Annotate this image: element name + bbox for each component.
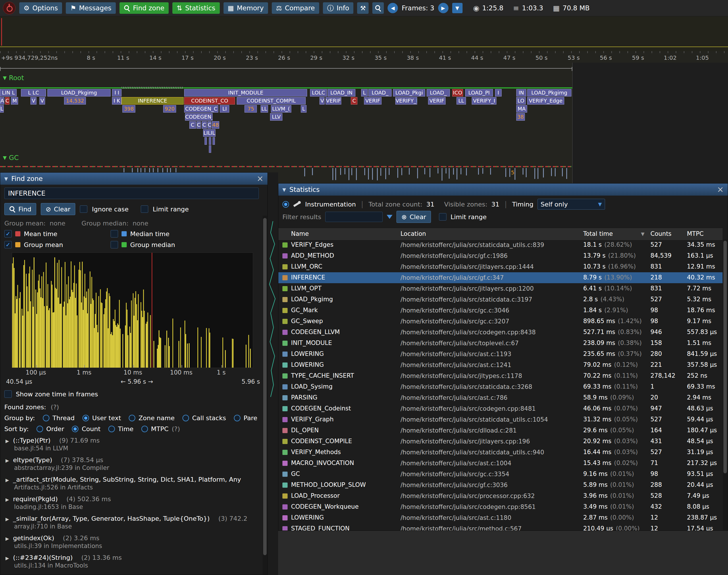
stats-row-gc_sweep[interactable]: GC_Sweep/home/kristofferc/julia/src/gc.c… [278,316,723,327]
radio-time[interactable] [108,426,115,432]
zoom-icon-button[interactable] [372,2,384,14]
stats-row-llvm_orc[interactable]: LLVM_ORC/home/kristofferc/julia/src/jitl… [278,261,723,272]
timeline-zone-verify-i[interactable]: VERIFY_I [472,97,496,105]
timeline-zone-load-pkgimg[interactable]: LOAD_Pkgimg [47,89,110,97]
expand-arrow-icon[interactable]: ▶ [5,555,9,561]
stats-row-codegen_llvm[interactable]: CODEGEN_LLVM/home/kristofferc/julia/src/… [278,327,723,338]
radio-mtpc[interactable] [141,426,148,432]
stats-row-parsing[interactable]: PARSING/home/kristofferc/julia/src/ast.c… [278,392,723,403]
timeline-zone[interactable] [209,137,211,145]
radio-pare[interactable] [234,415,240,421]
timeline-zone-c[interactable]: C [202,121,207,129]
toolbar-button-memory[interactable]: ▦Memory [224,2,268,14]
stats-row-macro_invocation[interactable]: MACRO_INVOCATION/home/kristofferc/julia/… [278,458,723,469]
stats-table-header[interactable]: NameLocationTotal timeCountsMTPC▼ [278,228,723,240]
stats-row-inference[interactable]: INFERENCE/home/kristofferc/julia/src/gf.… [278,272,723,283]
gc-section-label[interactable]: ▼ GC [3,154,19,161]
ignore-case-checkbox[interactable] [80,205,87,213]
radio-user-text[interactable] [82,415,89,421]
tools-icon-button[interactable]: ⚒ [357,2,369,14]
timeline-zone-c[interactable]: C [189,121,196,129]
timeline-zone-i-i[interactable]: I I [112,89,122,97]
frame-dropdown-button[interactable]: ▼ [452,3,463,13]
timeline-zone-load-in[interactable]: LOAD_IN [328,89,355,97]
timeline-zone-ico[interactable]: ICO [452,89,463,97]
radio-thread[interactable] [43,415,49,421]
root-section-label[interactable]: ▼ Root [3,74,24,81]
stats-row-dl_open[interactable]: DL_OPEN/home/kristofferc/julia/src/dlloa… [278,425,723,436]
expand-arrow-icon[interactable]: ▶ [5,458,9,463]
timeline-zone-codegen-l[interactable]: CODEGEN_L [185,113,212,121]
filter-input[interactable] [325,212,383,222]
show-zone-time-checkbox[interactable] [4,390,12,398]
toolbar-button-find-zone[interactable]: Find zone [120,2,169,14]
timeline-zone-l-lc[interactable]: L LC [21,89,46,97]
frame-overview-strip[interactable] [0,16,728,52]
legend-checkbox[interactable] [110,230,118,238]
expand-arrow-icon[interactable]: ▶ [5,477,9,483]
legend-checkbox[interactable] [110,241,118,248]
radio-zone-name[interactable] [129,415,135,421]
stats-limit-range-checkbox[interactable] [439,213,446,221]
column-header-location[interactable]: Location [400,230,426,237]
statistics-titlebar[interactable]: ▼ Statistics × [278,183,728,196]
find-zone-titlebar[interactable]: ▼ Find zone × [0,173,267,185]
timeline-zone-lolc[interactable]: LOLC [310,89,327,97]
timeline-zone-codeinst-co[interactable]: CODEINST_CO [184,97,235,105]
timeline-zone-load-pi[interactable]: LOAD_PI [465,89,493,97]
timeline-zone-i[interactable]: I [495,89,502,97]
timeline-zone-verif[interactable]: VERIF [326,97,341,105]
find-button[interactable]: Find [4,203,36,215]
timeline-zone-verif[interactable]: VERIF [364,97,382,105]
close-icon[interactable]: × [717,185,724,194]
stats-row-lowering[interactable]: LOWERING/home/kristofferc/julia/src/ast.… [278,512,723,523]
expand-arrow-icon[interactable]: ▶ [5,516,9,522]
scrollbar-thumb[interactable] [723,241,727,473]
timeline-zone-c[interactable]: C [197,121,201,129]
legend-checkbox[interactable]: ✓ [4,230,12,238]
timeline-zone-lo[interactable]: LO [516,97,526,105]
flame-graph[interactable]: LIN LL LCLOAD_PkgimgI IINIT_MODULELOLCLO… [0,89,728,158]
timeline-zone-verify-edge[interactable]: VERIFY_Edge [527,97,564,105]
column-header-mtpc[interactable]: MTPC [687,230,703,237]
stats-row-load_processor[interactable]: LOAD_Processor/home/kristofferc/julia/sr… [278,491,723,502]
frame-prev-button[interactable]: ◀ [388,3,398,13]
found-zone-item[interactable]: ▶_similar_for(Array, Type, Generator, Ha… [4,513,263,533]
stats-row-method_lookup_slow[interactable]: METHOD_LOOKUP_SLOW/home/kristofferc/juli… [278,480,723,491]
found-zone-item[interactable]: ▶(::Type)(Ptr)(9) 71.69 msbase.jl:54 in … [4,435,263,455]
radio-order[interactable] [36,426,43,432]
power-button[interactable] [3,2,15,14]
found-zone-item[interactable]: ▶eltype(Type)(7) 378.54 µsabstractarray.… [4,455,263,474]
timeline-zone-codeinst-compil[interactable]: CODEINST_COMPIL [237,97,306,105]
histogram-plot[interactable] [12,252,253,368]
column-header-total-time[interactable]: Total time [583,230,613,237]
legend-checkbox[interactable]: ✓ [4,241,12,248]
find-zone-search-input[interactable] [4,188,259,199]
timeline-zone[interactable] [209,145,211,153]
clear-button[interactable]: ⊘ Clear [41,203,75,215]
filter-clear-button[interactable]: ⊗ Clear [396,211,431,223]
timeline-zone-llvm-[interactable]: LLVM_( [271,105,291,112]
toolbar-button-messages[interactable]: ⚑Messages [66,2,115,14]
collapse-icon[interactable]: ▼ [283,187,286,193]
stats-scrollbar[interactable] [723,240,727,530]
range-span-label[interactable]: ← 5.96 s → [121,378,153,385]
stats-row-init_module[interactable]: INIT_MODULE/home/kristofferc/julia/src/t… [278,338,723,349]
timeline-zone-li[interactable]: LI [220,105,229,112]
stats-row-lowering[interactable]: LOWERING/home/kristofferc/julia/src/ast.… [278,360,723,371]
timeline-zone-inference[interactable]: INFERENCE [122,97,183,105]
toolbar-button-info[interactable]: ⓘInfo [323,2,354,14]
timeline-zone-llv[interactable]: LLV [270,113,283,121]
stats-row-codeinst_compile[interactable]: CODEINST_COMPILE/home/kristofferc/julia/… [278,436,723,447]
timeline-zone-load-pkgi[interactable]: LOAD_Pkgi [393,89,425,97]
stats-row-gc_mark[interactable]: GC_Mark/home/kristofferc/julia/src/gc.c:… [278,305,723,316]
stats-row-codegen_workqueue[interactable]: CODEGEN_Workqueue/home/kristofferc/julia… [278,502,723,512]
frame-next-button[interactable]: ▶ [438,3,449,13]
stats-row-codegen_codeinst[interactable]: CODEGEN_Codeinst/home/kristofferc/julia/… [278,403,723,414]
stats-row-load_sysimg[interactable]: LOAD_Sysimg/home/kristofferc/julia/src/s… [278,381,723,392]
timeline-zone-init-module[interactable]: INIT_MODULE [184,89,307,97]
timeline-zone-i-k[interactable]: I K [112,97,122,105]
instrumentation-radio[interactable] [283,201,289,208]
toolbar-button-statistics[interactable]: ⇅Statistics [172,2,220,14]
timeline-zone[interactable] [212,137,215,145]
